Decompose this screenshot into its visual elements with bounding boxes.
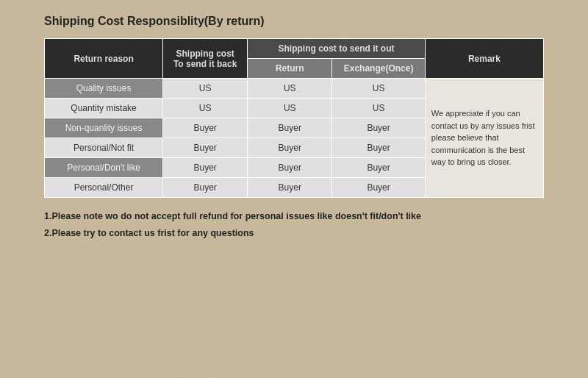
footer-notes: 1.Please note wo do not accept full refu…	[44, 208, 421, 241]
table-row: Quality issuesUSUSUSWe appreciate if you…	[45, 79, 544, 99]
col-return-subheader: Return	[248, 59, 332, 79]
footer-note-2: 2.Please try to contact us frist for any…	[44, 225, 421, 242]
remark-cell: We appreciate if you can contact us by a…	[425, 79, 543, 198]
col-return-reason-header: Return reason	[45, 39, 163, 79]
table-row-reason: Personal/Not fit	[45, 138, 163, 158]
table-row-send-back: Buyer	[163, 158, 248, 178]
table-row-return: Buyer	[248, 138, 332, 158]
col-send-back-header: Shipping cost To send it back	[163, 39, 248, 79]
table-row-return: US	[248, 99, 332, 118]
footer-note-1: 1.Please note wo do not accept full refu…	[44, 208, 421, 225]
table-row-exchange: Buyer	[332, 118, 426, 138]
table-row-send-back: Buyer	[163, 178, 248, 198]
table-row-send-back: Buyer	[163, 118, 248, 138]
col-send-out-span-header: Shipping cost to send it out	[248, 39, 426, 59]
table-row-send-back: US	[163, 79, 248, 99]
table-row-exchange: Buyer	[332, 178, 426, 198]
table-row-send-back: Buyer	[163, 138, 248, 158]
col-exchange-subheader: Exchange(Once)	[332, 59, 426, 79]
table-row-reason: Personal/Don't like	[45, 158, 163, 178]
table-row-reason: Quantity mistake	[45, 99, 163, 118]
table-row-exchange: Buyer	[332, 158, 426, 178]
table-row-return: Buyer	[248, 178, 332, 198]
table-row-reason: Quality issues	[45, 79, 163, 99]
table-row-return: Buyer	[248, 118, 332, 138]
table-wrapper: Return reason Shipping cost To send it b…	[44, 38, 544, 198]
table-row-return: Buyer	[248, 158, 332, 178]
table-row-reason: Personal/Other	[45, 178, 163, 198]
table-row-send-back: US	[163, 99, 248, 118]
table-row-reason: Non-quanlity issues	[45, 118, 163, 138]
table-row-exchange: US	[332, 99, 426, 118]
table-row-exchange: US	[332, 79, 426, 99]
table-row-exchange: Buyer	[332, 138, 426, 158]
col-remark-header: Remark	[425, 39, 543, 79]
shipping-cost-table: Return reason Shipping cost To send it b…	[44, 38, 544, 198]
page-title: Shipping Cost Responsiblity(By return)	[44, 15, 265, 28]
table-row-return: US	[248, 79, 332, 99]
